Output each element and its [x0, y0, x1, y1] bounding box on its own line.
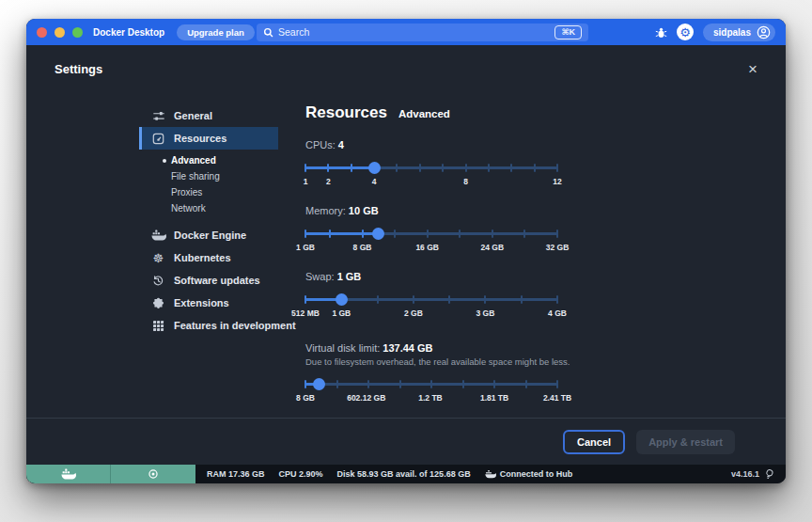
close-icon[interactable]: ×: [748, 63, 757, 76]
whats-new-bulb-icon[interactable]: [762, 467, 775, 482]
avatar-icon: [757, 25, 771, 40]
slider-value-cpus: 4: [338, 139, 344, 150]
slider-thumb-virtual-disk-limit[interactable]: [313, 378, 325, 390]
slider-section-swap: Swap: 1 GB512 MB1 GB2 GB3 GB4 GB: [305, 271, 587, 320]
slider-thumb-cpus[interactable]: [368, 162, 381, 174]
username: sidpalas: [713, 27, 751, 38]
slider-value-memory: 10 GB: [349, 205, 379, 216]
tick-labels-virtual-disk-limit: 8 GB602.12 GB1.2 TB1.81 TB2.41 TB: [305, 393, 557, 404]
tick-mark: [329, 229, 331, 238]
tab-advanced[interactable]: Advanced: [398, 108, 450, 119]
engine-running-whale-button[interactable]: [26, 465, 111, 483]
apply-restart-button[interactable]: Apply & restart: [636, 430, 735, 454]
sidebar-subitem-proxies[interactable]: Proxies: [139, 184, 278, 200]
slider-thumb-memory[interactable]: [372, 228, 384, 240]
sidebar-subitem-file-sharing[interactable]: File sharing: [139, 168, 278, 184]
sidebar-item-extensions[interactable]: Extensions: [139, 292, 278, 314]
page-title: Settings: [55, 62, 102, 76]
tick-mark: [448, 295, 450, 304]
kubernetes-icon: ☸: [150, 252, 166, 264]
gauge-icon: [150, 133, 166, 145]
sidebar-item-general[interactable]: General: [139, 104, 278, 127]
slider-track-virtual-disk-limit[interactable]: [305, 377, 557, 390]
upgrade-plan-button[interactable]: Upgrade plan: [177, 24, 255, 40]
tick-label: 1: [304, 177, 308, 186]
tick-mark: [394, 229, 396, 238]
history-icon: [150, 275, 166, 287]
tick-mark: [493, 380, 495, 388]
tick-mark: [492, 229, 493, 238]
tick-label: 8 GB: [353, 243, 372, 252]
tick-label: 1 GB: [296, 243, 315, 252]
tick-mark: [510, 164, 512, 172]
slider-value-swap: 1 GB: [337, 271, 362, 282]
tick-mark: [556, 295, 558, 304]
traffic-lights: [37, 27, 83, 38]
sidebar-item-label: Docker Engine: [174, 229, 246, 241]
tick-mark: [304, 164, 306, 172]
slider-value-virtual-disk-limit: 137.44 GB: [383, 342, 432, 354]
sidebar-subitem-network[interactable]: Network: [139, 200, 278, 216]
search-input[interactable]: Search ⌘K: [257, 24, 588, 41]
tick-label: 8: [463, 177, 468, 186]
tick-label: 512 MB: [291, 308, 320, 318]
sidebar-item-label: Kubernetes: [174, 252, 231, 263]
sidebar-subitem-label: Advanced: [171, 155, 216, 166]
track-fill: [305, 232, 379, 235]
bug-report-icon[interactable]: [655, 26, 667, 39]
hub-connection: Connected to Hub: [485, 469, 573, 479]
cancel-button[interactable]: Cancel: [563, 430, 625, 454]
tick-mark: [427, 229, 429, 238]
shortcut-badge: ⌘K: [554, 25, 582, 40]
record-status-button[interactable]: [111, 465, 195, 483]
tick-mark: [465, 164, 467, 172]
tick-label: 4 GB: [548, 308, 567, 318]
grid-icon: [150, 320, 166, 332]
sidebar-item-label: Features in development: [174, 320, 296, 331]
tick-mark: [430, 380, 432, 388]
sidebar-item-software-updates[interactable]: Software updates: [139, 269, 278, 292]
tick-mark: [304, 229, 306, 238]
cpu-usage: CPU 2.90%: [279, 469, 323, 479]
tick-mark: [556, 164, 558, 172]
active-bullet: [163, 159, 166, 163]
slider-note-virtual-disk-limit: Due to filesystem overhead, the real ava…: [305, 356, 587, 367]
sliders-container: CPUs: 4124812Memory: 10 GB1 GB8 GB16 GB2…: [305, 139, 587, 404]
tick-labels-cpus: 124812: [305, 177, 557, 188]
user-menu[interactable]: sidpalas: [703, 24, 775, 41]
zoom-window-button[interactable]: [72, 27, 83, 38]
tick-label: 1.2 TB: [418, 393, 443, 403]
minimize-window-button[interactable]: [55, 27, 65, 38]
tick-label: 24 GB: [481, 243, 505, 252]
tick-mark: [413, 295, 414, 304]
settings-gear-icon[interactable]: ⚙: [677, 24, 694, 40]
tick-mark: [419, 164, 421, 172]
slider-track-swap[interactable]: [305, 293, 557, 306]
search-placeholder: Search: [278, 26, 309, 38]
tick-mark: [442, 164, 444, 172]
tick-mark: [304, 295, 306, 304]
tick-mark: [488, 164, 490, 172]
sidebar-item-kubernetes[interactable]: ☸Kubernetes: [139, 246, 278, 269]
status-right: v4.16.1: [731, 468, 786, 480]
sidebar-item-docker-engine[interactable]: Docker Engine: [139, 224, 278, 246]
slider-thumb-swap[interactable]: [336, 293, 348, 306]
panel-heading: Resources Advanced: [305, 103, 587, 122]
tick-mark: [367, 380, 369, 388]
status-bar: RAM 17.36 GB CPU 2.90% Disk 58.93 GB ava…: [26, 465, 786, 483]
slider-track-memory[interactable]: [305, 227, 557, 240]
sidebar-subitem-advanced[interactable]: Advanced: [139, 152, 278, 168]
sidebar-item-resources[interactable]: Resources: [139, 127, 278, 150]
sidebar-subitem-label: File sharing: [171, 171, 220, 182]
settings-header: Settings ×: [26, 45, 786, 84]
slider-track-cpus[interactable]: [305, 161, 557, 174]
search-icon: [263, 27, 273, 38]
tick-mark: [534, 164, 536, 172]
whale-icon: [485, 469, 496, 479]
close-window-button[interactable]: [37, 27, 47, 38]
tick-mark: [362, 229, 364, 238]
sidebar-item-features-in-development[interactable]: Features in development: [139, 314, 278, 337]
ram-usage: RAM 17.36 GB: [207, 469, 265, 479]
settings-content: GeneralResourcesAdvancedFile sharingProx…: [26, 84, 786, 418]
tick-mark: [556, 229, 558, 238]
